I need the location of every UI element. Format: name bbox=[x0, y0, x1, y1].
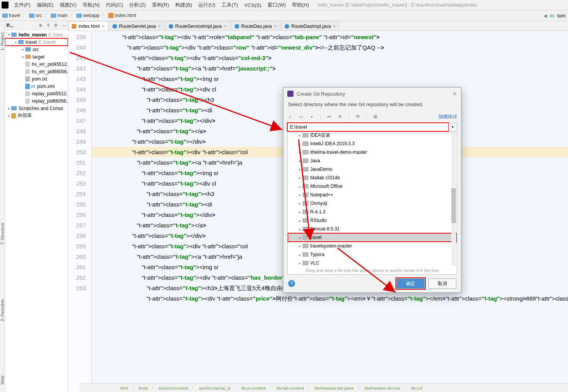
editor-tab[interactable]: RouteDaoImpl.java✕ bbox=[281, 21, 339, 31]
project-icon[interactable]: ▪ bbox=[309, 114, 314, 119]
tree-row[interactable]: mpom.xml bbox=[5, 83, 68, 90]
breadcrumb-item[interactable]: travel bbox=[2, 13, 20, 18]
close-icon[interactable]: ✕ bbox=[102, 24, 105, 28]
tree-row[interactable]: replay_pid66056. bbox=[5, 97, 68, 105]
maven-icon[interactable]: m bbox=[549, 13, 555, 18]
editor-tab[interactable]: RouteServiceImpl.java✕ bbox=[165, 21, 230, 31]
menu-run[interactable]: 运行(U) bbox=[195, 1, 218, 9]
tree-row[interactable]: hs_err_pid45512. bbox=[5, 60, 68, 68]
folder-row[interactable]: ▸itheima-travel-demo-master bbox=[288, 148, 457, 156]
bc-item[interactable]: div.col bbox=[411, 386, 422, 390]
folder-row[interactable]: ▸Matlab r2014b bbox=[288, 174, 457, 182]
bc-item[interactable]: div#newest.tab-pane bbox=[314, 386, 354, 390]
rail-project[interactable]: 1: Project bbox=[0, 33, 5, 50]
ok-button[interactable]: 确定 bbox=[397, 279, 425, 289]
breadcrumb-item[interactable]: webapp bbox=[76, 13, 99, 18]
folder-row[interactable]: ▸Onmyoji bbox=[288, 199, 457, 208]
target-icon[interactable]: ⊕ bbox=[38, 23, 43, 28]
refresh-icon[interactable]: ⟳ bbox=[355, 114, 361, 119]
tree-row[interactable]: replay_pid45512. bbox=[5, 90, 68, 97]
bc-item[interactable]: section.hemai_jx bbox=[199, 386, 231, 390]
project-header: P... ⊕ ⇕ ⚙ — bbox=[5, 21, 68, 30]
menu-view[interactable]: 视图(V) bbox=[57, 1, 79, 9]
gear-icon[interactable]: ⚙ bbox=[53, 23, 59, 28]
file-icon bbox=[25, 69, 30, 74]
menu-build[interactable]: 构建(B) bbox=[172, 1, 195, 9]
bc-item[interactable]: html bbox=[120, 386, 128, 390]
delete-icon[interactable]: ✕ bbox=[337, 114, 343, 119]
menu-vcs[interactable]: VCS(S) bbox=[241, 2, 264, 9]
desktop-icon[interactable]: ▭ bbox=[298, 114, 304, 119]
menu-help[interactable]: 帮助(H) bbox=[289, 1, 312, 9]
menu-window[interactable]: 窗口(W) bbox=[264, 1, 289, 9]
menu-file[interactable]: 文件(F) bbox=[11, 1, 34, 9]
editor-tab[interactable]: RouteDao.java✕ bbox=[231, 21, 280, 31]
dialog-folder-tree[interactable]: ▸IDEA安装▸IntelliJ IDEA 2019.3.3▸itheima-t… bbox=[287, 133, 457, 275]
tree-row[interactable]: ▾hello_mavenE:\Idea bbox=[5, 31, 68, 38]
folder-icon bbox=[302, 252, 309, 257]
folder-row[interactable]: ▸JavaDemo bbox=[288, 165, 457, 174]
folder-icon bbox=[302, 218, 309, 223]
menu-refactor[interactable]: 重构(R) bbox=[149, 1, 172, 9]
show-hidden-icon[interactable]: ⊞ bbox=[373, 114, 378, 119]
editor-tab[interactable]: index.html✕ bbox=[68, 21, 108, 31]
bc-item[interactable]: body bbox=[139, 386, 148, 390]
rail-structure[interactable]: 7: Structure bbox=[0, 223, 5, 245]
project-tree[interactable]: ▾hello_mavenE:\Idea▸travelE:\travel▸src▸… bbox=[5, 30, 68, 392]
hide-path-link[interactable]: 隐藏路径 bbox=[439, 113, 457, 120]
menu-tools[interactable]: 工具(T) bbox=[218, 1, 241, 9]
bottom-breadcrumb[interactable]: html〉body〉section#content〉section.hemai_… bbox=[80, 383, 568, 392]
path-dropdown[interactable]: ▾ bbox=[449, 123, 457, 131]
breadcrumb-item[interactable]: main bbox=[51, 13, 67, 18]
bc-item[interactable]: div#newest-div.row bbox=[364, 386, 401, 390]
tree-row[interactable]: ▸travelE:\travel bbox=[5, 38, 68, 46]
tab-strip: index.html✕RouteServlet.java✕RouteServic… bbox=[68, 21, 568, 31]
scrollbar[interactable] bbox=[451, 134, 456, 266]
folder-row[interactable]: ▸IntelliJ IDEA 2019.3.3 bbox=[288, 139, 457, 148]
new-folder-icon[interactable]: ▪+ bbox=[326, 114, 332, 119]
bc-item[interactable]: div.tab-content bbox=[276, 386, 304, 390]
folder-row[interactable]: ▸Notepad++ bbox=[288, 191, 457, 199]
breadcrumb-item[interactable]: src bbox=[29, 13, 42, 18]
rail-web[interactable]: Web bbox=[0, 376, 5, 384]
rail-favorites[interactable]: 2: Favorites bbox=[0, 299, 5, 321]
tree-row[interactable]: ▸target bbox=[5, 53, 68, 60]
folder-row[interactable]: ▸IDEA安装 bbox=[288, 133, 457, 139]
hide-icon[interactable]: — bbox=[61, 23, 66, 28]
folder-row[interactable]: ▸R-4.1.3 bbox=[288, 208, 457, 216]
menu-code[interactable]: 代码(C) bbox=[103, 1, 126, 9]
collapse-icon[interactable]: ⇕ bbox=[45, 23, 51, 28]
close-icon[interactable]: ✕ bbox=[274, 24, 277, 28]
folder-row[interactable]: ▸RStudio bbox=[288, 216, 457, 225]
folder-row[interactable]: ▸VLC bbox=[288, 259, 457, 266]
breadcrumb-item[interactable]: index.html bbox=[108, 13, 136, 18]
path-input[interactable] bbox=[287, 123, 449, 131]
close-icon[interactable]: ✕ bbox=[333, 24, 336, 28]
close-icon[interactable]: ✕ bbox=[158, 24, 161, 28]
folder-row[interactable]: ▸Tomcat-8.5.31 bbox=[288, 225, 457, 233]
menu-navigate[interactable]: 导航(N) bbox=[79, 1, 103, 9]
editor-tab[interactable]: RouteServlet.java✕ bbox=[109, 21, 164, 31]
folder-row[interactable]: ▸Typora bbox=[288, 250, 457, 259]
back-icon[interactable]: ◀ bbox=[543, 13, 547, 19]
cancel-button[interactable]: 取消 bbox=[428, 279, 456, 289]
home-icon[interactable]: ⌂ bbox=[287, 114, 293, 119]
close-icon[interactable]: ✕ bbox=[224, 24, 227, 28]
tree-row[interactable]: ▸Scratches and Conso bbox=[5, 105, 68, 112]
folder-row[interactable]: ▸Microsoft Office bbox=[288, 182, 457, 191]
tree-row[interactable]: ▸外部库 bbox=[5, 112, 68, 119]
bc-item[interactable]: div.jx-content bbox=[241, 386, 266, 390]
menu-analyze[interactable]: 分析(Z) bbox=[126, 1, 149, 9]
tree-row[interactable]: hs_err_pid66056. bbox=[5, 68, 68, 75]
html-icon bbox=[72, 24, 76, 29]
menu-edit[interactable]: 编辑(E) bbox=[34, 1, 57, 9]
bc-item[interactable]: section#content bbox=[159, 386, 188, 390]
close-icon[interactable]: ✕ bbox=[452, 91, 457, 97]
folder-row[interactable]: ▸travel bbox=[288, 233, 457, 242]
scrollbar-thumb[interactable] bbox=[451, 188, 456, 223]
folder-row[interactable]: ▸travelsystem-master bbox=[288, 242, 457, 250]
help-icon[interactable]: ? bbox=[288, 280, 295, 287]
tree-row[interactable]: ▸src bbox=[5, 46, 68, 53]
folder-row[interactable]: ▸Java bbox=[288, 156, 457, 165]
tree-row[interactable]: pom.txt bbox=[5, 75, 68, 83]
